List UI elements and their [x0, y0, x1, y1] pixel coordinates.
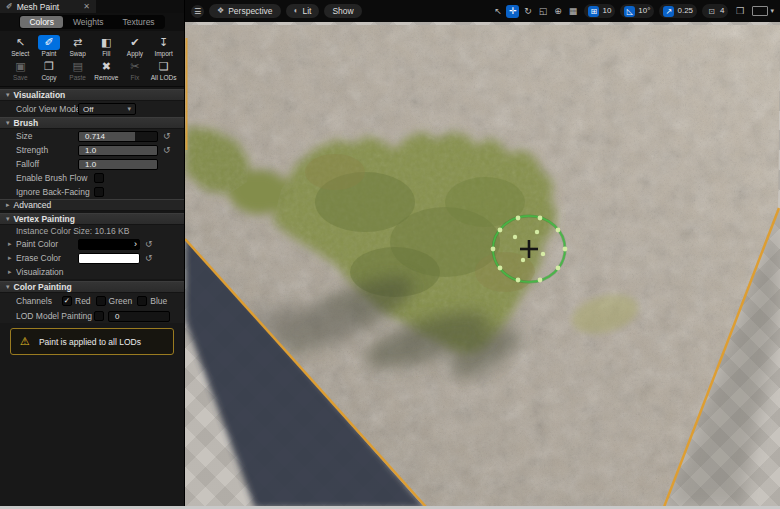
- scale-snap-control[interactable]: ↗ 0.25: [659, 4, 697, 18]
- lod-warning-box: ⚠ Paint is applied to all LODs: [10, 328, 174, 355]
- chevron-down-icon: ▾: [127, 105, 131, 113]
- channel-green-label: Green: [109, 296, 133, 306]
- section-visualization[interactable]: ▾ Visualization: [0, 89, 184, 101]
- copy-icon: ❐: [38, 59, 60, 74]
- rotation-snap-icon: ◺: [624, 6, 635, 17]
- panel-title: Mesh Paint: [17, 2, 60, 12]
- channel-red-label: Red: [75, 296, 91, 306]
- visualization-subsection-row[interactable]: ▸ Visualization: [0, 265, 184, 279]
- viewport-toolbar: ☰ ❖ Perspective ◐ Lit Show ↖ ✛ ↻ ◱ ⊕ ▦: [185, 0, 780, 22]
- lod-index-field[interactable]: 0: [108, 311, 170, 322]
- brush-falloff-slider[interactable]: 1.0: [78, 159, 158, 170]
- warning-text: Paint is applied to all LODs: [39, 337, 141, 347]
- channel-green-checkbox[interactable]: [96, 296, 106, 306]
- mode-tabs-group: Colors Weights Textures: [19, 15, 164, 30]
- paint-button[interactable]: ✐ Paint: [35, 35, 62, 58]
- enable-brush-flow-checkbox[interactable]: [94, 173, 104, 183]
- show-dropdown[interactable]: Show: [324, 4, 361, 18]
- channel-blue-checkbox[interactable]: [137, 296, 147, 306]
- remove-button[interactable]: ✖ Remove: [93, 59, 120, 82]
- swap-button[interactable]: ⇄ Swap: [64, 35, 91, 58]
- menu-icon: ☰: [194, 7, 201, 16]
- chevron-down-icon: ▾: [6, 119, 10, 127]
- chevron-down-icon: ▾: [6, 91, 10, 99]
- viewport-options-menu-button[interactable]: ☰: [191, 5, 204, 18]
- tab-colors[interactable]: Colors: [20, 16, 63, 29]
- translate-tool-button[interactable]: ✛: [506, 5, 519, 18]
- chevron-right-icon[interactable]: ▸: [8, 240, 16, 248]
- import-button[interactable]: ↧ Import: [150, 35, 177, 58]
- rotate-tool-button[interactable]: ↻: [521, 5, 534, 18]
- scale-snap-icon: ↗: [663, 6, 674, 17]
- perspective-icon: ❖: [217, 7, 224, 15]
- erase-color-swatch[interactable]: [78, 253, 140, 264]
- tab-textures[interactable]: Textures: [114, 16, 164, 29]
- fill-button[interactable]: ◧ Fill: [93, 35, 120, 58]
- lod-model-painting-checkbox[interactable]: [94, 311, 104, 321]
- reset-icon[interactable]: ↺: [145, 253, 153, 263]
- all-lods-button[interactable]: ❏ All LODs: [150, 59, 177, 82]
- viewport-layout-icon: [752, 6, 768, 16]
- section-vertex-painting[interactable]: ▾ Vertex Painting: [0, 213, 184, 225]
- rotation-snap-control[interactable]: ◺ 10°: [620, 4, 654, 18]
- world-coordinate-button[interactable]: ⊕: [551, 5, 564, 18]
- paint-color-swatch[interactable]: ›: [78, 239, 140, 250]
- section-advanced[interactable]: ▸ Advanced: [0, 199, 184, 211]
- select-icon: ↖: [9, 35, 31, 50]
- tab-weights[interactable]: Weights: [64, 16, 113, 29]
- select-tool-button[interactable]: ↖: [491, 5, 504, 18]
- color-view-mode-label: Color View Mode: [16, 104, 78, 114]
- grid-snap-control[interactable]: ⊞ 10: [584, 4, 615, 18]
- section-color-painting[interactable]: ▾ Color Painting: [0, 281, 184, 293]
- paint-toolbar: ↖ Select ✐ Paint ⇄ Swap ◧ Fill ✔ Apply: [0, 31, 184, 87]
- lit-icon: ◐: [294, 7, 299, 15]
- mesh-paint-panel: ✐ Mesh Paint ✕ Colors Weights Textures ↖…: [0, 0, 185, 506]
- level-viewport[interactable]: ☰ ❖ Perspective ◐ Lit Show ↖ ✛ ↻ ◱ ⊕ ▦: [185, 0, 780, 506]
- color-view-mode-dropdown[interactable]: Off ▾: [78, 103, 136, 115]
- chevron-down-icon: ▾: [6, 283, 10, 291]
- channel-red-checkbox[interactable]: ✓: [62, 296, 72, 306]
- view-mode-dropdown[interactable]: ◐ Lit: [286, 4, 320, 18]
- apply-button[interactable]: ✔ Apply: [121, 35, 148, 58]
- fix-button: ✂ Fix: [121, 59, 148, 82]
- chevron-right-icon: ▸: [6, 201, 10, 209]
- chevron-right-icon: ▸: [8, 268, 16, 276]
- brush-strength-slider[interactable]: 1.0: [78, 145, 158, 156]
- select-button[interactable]: ↖ Select: [7, 35, 34, 58]
- ignore-back-facing-checkbox[interactable]: [94, 187, 104, 197]
- paste-button: ▤ Paste: [64, 59, 91, 82]
- import-icon: ↧: [153, 35, 175, 50]
- surface-snapping-button[interactable]: ▦: [566, 5, 579, 18]
- perspective-dropdown[interactable]: ❖ Perspective: [209, 4, 281, 18]
- section-brush[interactable]: ▾ Brush: [0, 117, 184, 129]
- chevron-right-icon[interactable]: ▸: [8, 254, 16, 262]
- remove-icon: ✖: [95, 59, 117, 74]
- scene-3d[interactable]: [185, 22, 780, 506]
- panel-title-tab[interactable]: ✐ Mesh Paint ✕: [0, 0, 96, 13]
- save-button: ▣ Save: [7, 59, 34, 82]
- close-icon[interactable]: ✕: [83, 2, 90, 11]
- fix-icon: ✂: [124, 59, 146, 74]
- channels-row: Channels ✓ Red Green Blue: [0, 293, 184, 309]
- brush-size-slider[interactable]: 0.714: [78, 131, 158, 142]
- maximize-viewport-button[interactable]: ❒: [733, 5, 746, 18]
- camera-icon: ⊡: [706, 6, 717, 17]
- reset-icon[interactable]: ↺: [163, 145, 171, 155]
- save-icon: ▣: [9, 59, 31, 74]
- scale-tool-button[interactable]: ◱: [536, 5, 549, 18]
- enable-brush-flow-row: Enable Brush Flow: [0, 171, 184, 185]
- copy-button[interactable]: ❐ Copy: [35, 59, 62, 82]
- reset-icon[interactable]: ↺: [145, 239, 153, 249]
- ignore-back-facing-row: Ignore Back-Facing: [0, 185, 184, 199]
- lod-model-painting-row: LOD Model Painting 0: [0, 309, 184, 323]
- all-lods-icon: ❏: [153, 59, 175, 74]
- mesh-paint-icon: ✐: [6, 2, 13, 11]
- viewport-layout-button[interactable]: ▾: [752, 6, 774, 16]
- paint-brush-icon: ✐: [38, 35, 60, 50]
- brush-size-row: Size 0.714 ↺: [0, 129, 184, 143]
- swap-icon: ⇄: [67, 35, 89, 50]
- warning-icon: ⚠: [20, 336, 30, 347]
- camera-speed-control[interactable]: ⊡ 4: [702, 4, 728, 18]
- fill-icon: ◧: [95, 35, 117, 50]
- reset-icon[interactable]: ↺: [163, 131, 171, 141]
